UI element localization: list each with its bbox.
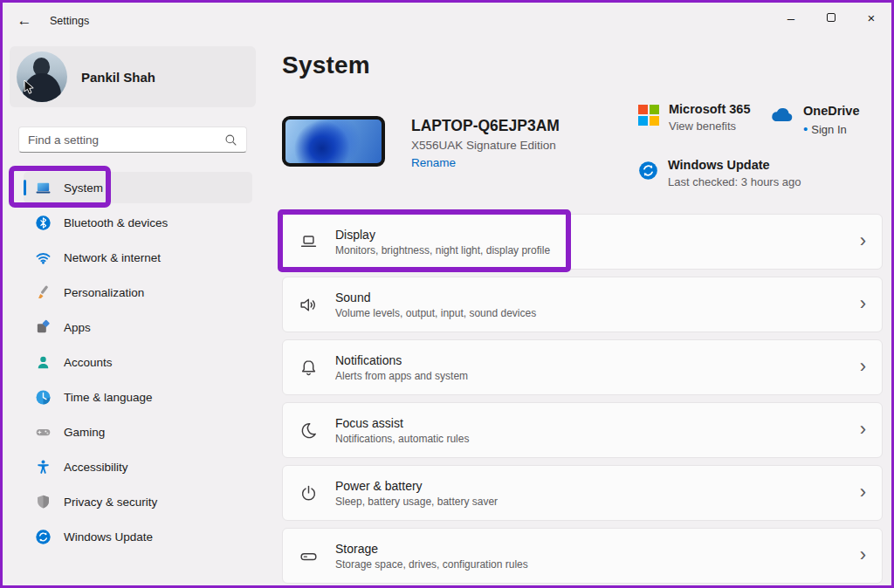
sidebar-item-label: Personalization [64, 286, 144, 299]
sidebar-item-bluetooth-devices[interactable]: Bluetooth & devices [24, 207, 252, 238]
microsoft-365-card: Microsoft 365 View benefits [638, 102, 750, 133]
close-icon: × [868, 10, 876, 25]
maximize-icon [827, 13, 836, 22]
last-checked-text: Last checked: 3 hours ago [668, 175, 801, 188]
signin-bullet: • [803, 121, 808, 136]
sign-in-link[interactable]: Sign In [811, 123, 846, 136]
user-account-card[interactable]: Pankil Shah [10, 46, 256, 107]
settings-row-display[interactable]: Display Monitors, brightness, night ligh… [282, 214, 883, 270]
chevron-right-icon: › [860, 545, 866, 567]
focus-assist-moon-icon [297, 419, 320, 441]
chevron-right-icon: › [860, 482, 866, 504]
sidebar-item-label: Gaming [64, 426, 105, 439]
status-title: OneDrive [803, 104, 859, 118]
chevron-right-icon: › [860, 294, 866, 316]
close-button[interactable]: × [851, 3, 891, 32]
chevron-right-icon: › [860, 420, 866, 441]
system-laptop-icon [34, 179, 52, 196]
row-subtitle: Monitors, brightness, night light, displ… [335, 244, 550, 256]
sidebar-item-label: Privacy & security [64, 496, 157, 509]
back-arrow-icon: ← [17, 12, 32, 30]
row-title: Power & battery [335, 479, 498, 493]
display-icon [297, 230, 320, 253]
device-name: LAPTOP-Q6EJP3AM [411, 117, 560, 135]
apps-icon [34, 318, 52, 336]
row-title: Focus assist [335, 416, 469, 430]
window-controls: – × [771, 3, 891, 39]
page-title: System [282, 51, 370, 79]
settings-row-focus-assist[interactable]: Focus assist Notifications, automatic ru… [282, 402, 883, 458]
settings-window: ← Settings – × Pankil Shah System Blueto… [0, 0, 894, 588]
onedrive-cloud-icon [767, 106, 794, 124]
sidebar-item-label: Accounts [64, 356, 113, 369]
sidebar-item-system[interactable]: System [24, 172, 252, 203]
sidebar-item-label: Network & internet [64, 251, 161, 264]
chevron-right-icon: › [860, 231, 866, 253]
view-benefits-link[interactable]: View benefits [669, 120, 750, 133]
gaming-controller-icon [34, 423, 52, 441]
sidebar-item-label: System [64, 181, 103, 195]
chevron-right-icon: › [860, 357, 866, 379]
status-title: Windows Update [668, 158, 801, 172]
notifications-bell-icon [297, 356, 320, 379]
main-content: System LAPTOP-Q6EJP3AM X556UAK Signature… [265, 39, 891, 585]
accessibility-person-icon [34, 458, 52, 475]
microsoft-logo [638, 105, 659, 126]
sidebar-item-personalization[interactable]: Personalization [24, 277, 252, 308]
time-language-clock-icon [34, 388, 52, 406]
sidebar-item-apps[interactable]: Apps [24, 311, 252, 343]
sidebar-item-windows-update[interactable]: Windows Update [24, 521, 252, 552]
sidebar-item-network-internet[interactable]: Network & internet [24, 242, 252, 273]
search-box[interactable] [18, 126, 247, 153]
sound-speaker-icon [297, 293, 320, 316]
sidebar-item-label: Apps [64, 321, 91, 334]
sidebar: Pankil Shah System Bluetooth & devices N… [3, 39, 265, 585]
minimize-button[interactable]: – [771, 3, 811, 32]
personalization-brush-icon [34, 284, 52, 301]
back-button[interactable]: ← [10, 8, 39, 34]
row-title: Storage [335, 542, 528, 556]
user-name: Pankil Shah [81, 70, 155, 85]
onedrive-card: OneDrive •Sign In [767, 104, 859, 136]
sidebar-item-privacy-security[interactable]: Privacy & security [24, 486, 252, 517]
device-edition: X556UAK Signature Edition [411, 139, 560, 152]
windows-update-icon [638, 161, 658, 181]
settings-rows: Display Monitors, brightness, night ligh… [282, 214, 883, 588]
settings-row-notifications[interactable]: Notifications Alerts from apps and syste… [282, 339, 883, 395]
window-title: Settings [50, 15, 89, 27]
mouse-cursor-icon [24, 79, 36, 95]
maximize-button[interactable] [811, 3, 851, 32]
settings-row-storage[interactable]: Storage Storage space, drives, configura… [282, 528, 883, 584]
rename-link[interactable]: Rename [411, 156, 560, 169]
row-title: Sound [335, 291, 536, 304]
row-subtitle: Sleep, battery usage, battery saver [335, 496, 498, 508]
sidebar-item-time-language[interactable]: Time & language [24, 381, 252, 413]
row-subtitle: Alerts from apps and system [335, 370, 468, 382]
windows-update-icon [34, 528, 52, 545]
settings-row-sound[interactable]: Sound Volume levels, output, input, soun… [282, 277, 883, 332]
minimize-icon: – [787, 10, 794, 25]
row-title: Display [335, 228, 550, 242]
storage-drive-icon [297, 544, 320, 567]
search-input[interactable] [28, 133, 224, 147]
bluetooth-icon [34, 214, 52, 231]
row-title: Notifications [335, 353, 468, 367]
titlebar: ← Settings – × [3, 3, 891, 39]
row-subtitle: Volume levels, output, input, sound devi… [335, 307, 536, 319]
accounts-person-icon [34, 353, 52, 371]
row-subtitle: Notifications, automatic rules [335, 433, 469, 445]
sidebar-item-gaming[interactable]: Gaming [24, 416, 252, 448]
privacy-shield-icon [34, 493, 52, 510]
search-icon [224, 133, 237, 147]
sidebar-item-label: Accessibility [64, 461, 128, 474]
settings-row-power-battery[interactable]: Power & battery Sleep, battery usage, ba… [282, 465, 883, 521]
sidebar-nav: System Bluetooth & devices Network & int… [24, 172, 252, 552]
power-icon [297, 482, 320, 504]
sidebar-item-accessibility[interactable]: Accessibility [24, 451, 252, 482]
sidebar-item-accounts[interactable]: Accounts [24, 346, 252, 378]
sidebar-item-label: Bluetooth & devices [64, 216, 168, 229]
sidebar-item-label: Time & language [64, 391, 153, 404]
status-title: Microsoft 365 [669, 102, 750, 116]
row-subtitle: Storage space, drives, configuration rul… [335, 558, 528, 571]
device-info: LAPTOP-Q6EJP3AM X556UAK Signature Editio… [282, 116, 560, 169]
